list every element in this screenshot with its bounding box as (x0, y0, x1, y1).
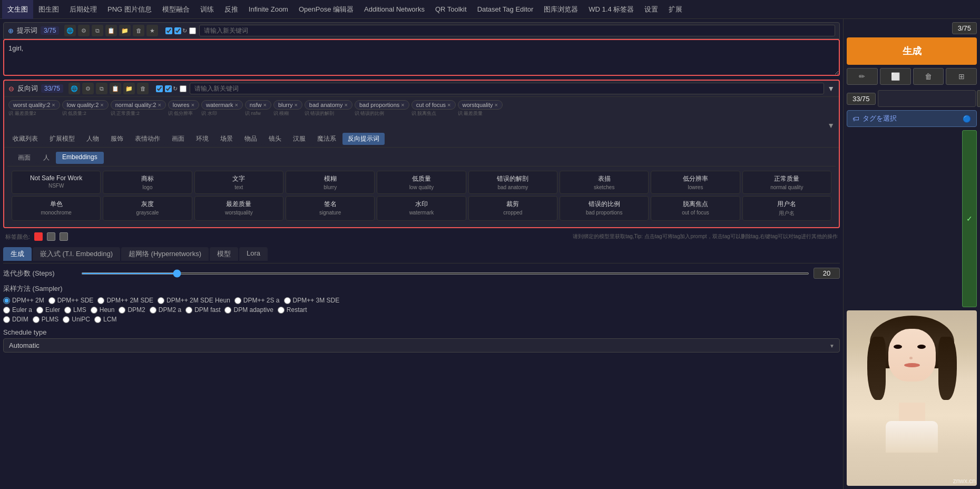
tag-remove-icon[interactable]: × (191, 102, 194, 108)
embed-item-17[interactable]: 用户名用户名 (742, 196, 831, 221)
sampler-option-DPM-fast[interactable]: DPM fast (185, 306, 220, 314)
bottom-tab-2[interactable]: 超网络 (Hypernetworks) (121, 247, 209, 261)
cb-checked1[interactable] (165, 27, 172, 34)
bottom-tab-3[interactable]: 模型 (210, 247, 238, 261)
sampler-option-DPM++-2M-SDE[interactable]: DPM++ 2M SDE (97, 297, 153, 304)
steps-slider[interactable] (81, 272, 809, 275)
tag-select-button[interactable]: 🏷 タグを選択 🔵 (847, 110, 977, 127)
neg-tag-10[interactable]: worstquality × (458, 100, 503, 110)
nav-item-图库浏览器[interactable]: 图库浏览器 (538, 0, 583, 19)
sampler-option-LMS[interactable]: LMS (64, 306, 86, 314)
embed-item-10[interactable]: 灰度grayscale (103, 196, 192, 221)
cat-tab-9[interactable]: 镜头 (263, 133, 287, 145)
sampler-option-Euler-a[interactable]: Euler a (3, 306, 32, 314)
sampler-option-DPM-adaptive[interactable]: DPM adaptive (224, 306, 273, 314)
tag-remove-icon[interactable]: × (158, 102, 161, 108)
square-icon-btn[interactable]: ⬜ (880, 68, 911, 85)
cat-tab-3[interactable]: 服饰 (105, 133, 129, 145)
tag-remove-icon[interactable]: × (401, 102, 404, 108)
nav-item-模型融合[interactable]: 模型融合 (157, 0, 195, 19)
embed-sub-tab-1[interactable]: 人 (37, 152, 56, 164)
bottom-tab-1[interactable]: 嵌入式 (T.I. Embedding) (33, 247, 120, 261)
star-icon[interactable]: ★ (146, 25, 158, 36)
embed-item-14[interactable]: 裁剪cropped (468, 196, 557, 221)
nav-item-QR-Toolkit[interactable]: QR Toolkit (430, 0, 472, 19)
sampler-option-Euler[interactable]: Euler (36, 306, 60, 314)
embed-item-11[interactable]: 最差质量worstquality (194, 196, 283, 221)
sampler-option-DPM2-a[interactable]: DPM2 a (150, 306, 181, 314)
nav-item-图生图[interactable]: 图生图 (33, 0, 64, 19)
nav-item-扩展[interactable]: 扩展 (663, 0, 688, 19)
cat-tab-11[interactable]: 魔法系 (312, 133, 341, 145)
embed-item-2[interactable]: 文字text (194, 171, 283, 194)
expand-icon-btn[interactable]: ⊞ (946, 68, 977, 85)
negative-keyword-input[interactable] (190, 83, 824, 94)
nav-item-训练[interactable]: 训练 (195, 0, 219, 19)
embed-item-6[interactable]: 表描sketches (560, 171, 649, 194)
embed-item-16[interactable]: 脱离焦点out of focus (651, 196, 740, 221)
pencil-icon-btn[interactable]: ✏ (847, 68, 878, 85)
tag-remove-icon[interactable]: × (447, 102, 450, 108)
sampler-option-DPM++-2S-a[interactable]: DPM++ 2S a (234, 297, 280, 304)
embed-item-4[interactable]: 低质量low quality (377, 171, 466, 194)
trash-icon-neg[interactable]: 🗑 (137, 83, 149, 94)
neg-input-field[interactable] (878, 90, 976, 107)
schedule-select[interactable]: Automatic (3, 338, 840, 353)
neg-cb3[interactable] (180, 85, 187, 92)
paste-icon[interactable]: 📋 (105, 25, 117, 36)
color-swatch-red[interactable] (34, 232, 43, 241)
sampler-option-PLMS[interactable]: PLMS (33, 316, 59, 323)
tag-remove-icon[interactable]: × (100, 102, 103, 108)
sampler-option-Restart[interactable]: Restart (278, 306, 307, 314)
copy-icon[interactable]: ⧉ (92, 25, 103, 36)
embed-item-0[interactable]: Not Safe For WorkNSFW (12, 171, 101, 194)
positive-keyword-input[interactable] (199, 25, 835, 36)
negative-toggle-icon[interactable]: ⊖ (8, 85, 14, 93)
neg-tag-5[interactable]: nsfw × (245, 100, 271, 110)
positive-toggle-icon[interactable]: ⊕ (8, 27, 14, 35)
nav-item-PNG-图片信息[interactable]: PNG 图片信息 (102, 0, 157, 19)
sampler-option-UniPC[interactable]: UniPC (63, 316, 90, 323)
color-swatch-gray2[interactable] (60, 232, 68, 241)
cat-tab-2[interactable]: 人物 (81, 133, 104, 145)
neg-cb2[interactable]: ↻ (165, 85, 178, 92)
neg-tag-2[interactable]: normal quality:2 × (111, 100, 166, 110)
input-x-btn[interactable]: ✕ (977, 90, 980, 107)
color-swatch-gray[interactable] (47, 232, 55, 241)
embed-item-9[interactable]: 单色monochrome (12, 196, 101, 221)
tag-remove-icon[interactable]: × (234, 102, 238, 108)
embed-item-13[interactable]: 水印watermark (377, 196, 466, 221)
neg-cb1[interactable] (156, 85, 163, 92)
cat-tab-0[interactable]: 收藏列表 (7, 133, 43, 145)
nav-item-Infinite-Zoom[interactable]: Infinite Zoom (243, 0, 293, 19)
neg-tag-8[interactable]: bad proportions × (355, 100, 409, 110)
cb-check3[interactable] (189, 27, 196, 34)
bottom-tab-4[interactable]: Lora (239, 247, 268, 261)
cat-tab-5[interactable]: 画面 (166, 133, 190, 145)
folder-icon[interactable]: 📁 (119, 25, 131, 36)
neg-tag-0[interactable]: worst quality:2 × (8, 100, 60, 110)
embed-item-7[interactable]: 低分辨率lowres (651, 171, 740, 194)
nav-item-反推[interactable]: 反推 (219, 0, 243, 19)
cat-tab-12[interactable]: 反向提示词 (342, 133, 385, 145)
embed-item-5[interactable]: 错误的解剖bad anatomy (468, 171, 557, 194)
embed-item-3[interactable]: 模糊blurry (286, 171, 375, 194)
cat-tab-1[interactable]: 扩展模型 (44, 133, 80, 145)
tag-confirm-btn[interactable]: ✓ (962, 130, 977, 307)
cat-tab-7[interactable]: 场景 (215, 133, 238, 145)
sampler-option-DPM++-2M-SDE-Heun[interactable]: DPM++ 2M SDE Heun (158, 297, 230, 304)
sampler-option-DPM++-2M[interactable]: DPM++ 2M (3, 297, 44, 304)
tags-expand-icon[interactable]: ▼ (827, 121, 835, 130)
trash-icon-pos[interactable]: 🗑 (133, 25, 144, 36)
trash-icon-btn[interactable]: 🗑 (913, 68, 944, 85)
folder-icon-neg[interactable]: 📁 (123, 83, 135, 94)
neg-tag-1[interactable]: low quality:2 × (62, 100, 109, 110)
gear-icon-neg[interactable]: ⚙ (82, 83, 94, 94)
generate-button[interactable]: 生成 (847, 37, 977, 65)
embed-item-1[interactable]: 商标logo (103, 171, 192, 194)
negative-expand-btn[interactable]: ▼ (827, 84, 835, 93)
sampler-option-Heun[interactable]: Heun (91, 306, 115, 314)
bottom-tab-0[interactable]: 生成 (3, 247, 32, 261)
embed-item-15[interactable]: 错误的比例bad proportions (560, 196, 649, 221)
cat-tab-6[interactable]: 环境 (191, 133, 214, 145)
